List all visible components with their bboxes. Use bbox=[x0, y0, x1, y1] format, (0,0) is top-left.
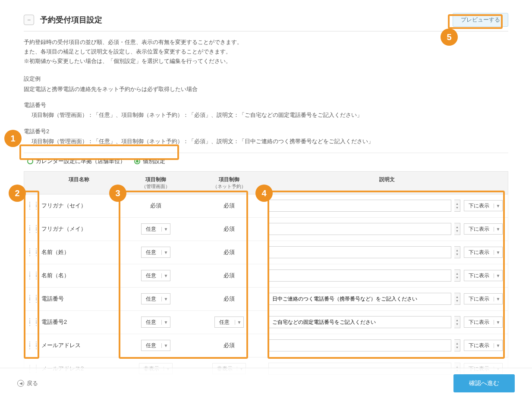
select-value: 下に表示 bbox=[464, 249, 494, 256]
chevron-down-icon: ▼ bbox=[494, 227, 502, 232]
select-value: 下に表示 bbox=[464, 202, 494, 210]
callout-3: 3 bbox=[109, 185, 126, 202]
drag-handle-icon[interactable]: ⋮⋮⋮⋮ bbox=[27, 226, 35, 232]
radio-label: 個別設定 bbox=[143, 157, 165, 165]
select-value: 任意 bbox=[142, 295, 161, 303]
description-input[interactable] bbox=[268, 246, 451, 258]
ctrl-admin-select[interactable]: 任意▼ bbox=[141, 293, 170, 304]
collapse-button[interactable]: − bbox=[24, 15, 34, 25]
chevron-down-icon: ▼ bbox=[161, 227, 170, 232]
position-select[interactable]: 下に表示▼ bbox=[464, 247, 503, 258]
select-value: 任意 bbox=[215, 319, 235, 326]
select-value: 下に表示 bbox=[464, 226, 494, 233]
ctrl-net-text: 必須 bbox=[195, 202, 263, 210]
confirm-button[interactable]: 確認へ進む bbox=[453, 374, 515, 392]
spinner-icon[interactable]: ▲▼ bbox=[454, 200, 460, 212]
table-row: ⋮⋮⋮⋮電話番号任意▼必須▲▼下に表示▼ bbox=[24, 288, 508, 311]
select-value: 任意 bbox=[142, 272, 161, 279]
chevron-down-icon: ▼ bbox=[494, 250, 502, 255]
drag-handle-icon[interactable]: ⋮⋮⋮⋮ bbox=[27, 342, 35, 348]
radio-circle-icon bbox=[134, 158, 140, 164]
description-input[interactable] bbox=[268, 223, 451, 235]
example-subtitle: 固定電話と携帯電話の連絡先をネット予約からは必ず取得したい場合 bbox=[24, 84, 508, 94]
description-input[interactable] bbox=[268, 270, 451, 282]
table-row: ⋮⋮⋮⋮フリガナ（メイ）任意▼必須▲▼下に表示▼ bbox=[24, 218, 508, 241]
item-name: 電話番号 bbox=[41, 295, 64, 302]
example-phone1-title: 電話番号 bbox=[24, 100, 508, 110]
drag-handle-icon[interactable]: ⋮⋮⋮⋮ bbox=[27, 249, 35, 255]
table-row: ⋮⋮⋮⋮電話番号2任意▼任意▼▲▼下に表示▼ bbox=[24, 311, 508, 334]
radio-individual[interactable]: 個別設定 bbox=[134, 157, 165, 165]
preview-button[interactable]: プレビューする bbox=[453, 13, 508, 27]
ctrl-net-text: 必須 bbox=[195, 248, 263, 256]
description-input[interactable] bbox=[268, 339, 451, 351]
chevron-left-icon: ◀ bbox=[17, 380, 24, 387]
callout-4: 4 bbox=[255, 185, 273, 202]
back-label: 戻る bbox=[27, 379, 38, 387]
drag-handle-icon[interactable]: ⋮⋮⋮⋮ bbox=[27, 203, 35, 209]
spinner-icon[interactable]: ▲▼ bbox=[454, 223, 460, 235]
spinner-icon[interactable]: ▲▼ bbox=[454, 316, 460, 328]
position-select[interactable]: 下に表示▼ bbox=[464, 270, 503, 281]
spinner-icon[interactable]: ▲▼ bbox=[454, 270, 460, 282]
chevron-down-icon: ▼ bbox=[494, 204, 502, 208]
chevron-down-icon: ▼ bbox=[235, 320, 243, 325]
chevron-down-icon: ▼ bbox=[161, 297, 170, 301]
chevron-down-icon: ▼ bbox=[494, 273, 502, 278]
description-input[interactable] bbox=[268, 316, 451, 328]
callout-5: 5 bbox=[441, 28, 458, 46]
callout-2: 2 bbox=[9, 185, 26, 202]
ctrl-net-select[interactable]: 任意▼ bbox=[214, 317, 244, 328]
ctrl-net-text: 必須 bbox=[195, 295, 263, 303]
example-phone2-title: 電話番号2 bbox=[24, 126, 508, 136]
chevron-down-icon: ▼ bbox=[494, 320, 502, 325]
chevron-down-icon: ▼ bbox=[161, 273, 170, 278]
back-button[interactable]: ◀ 戻る bbox=[17, 379, 38, 387]
chevron-down-icon: ▼ bbox=[161, 250, 170, 255]
chevron-down-icon: ▼ bbox=[161, 343, 170, 348]
position-select[interactable]: 下に表示▼ bbox=[464, 317, 503, 328]
description-line: ※初期値から変更したい場合は、「個別設定」を選択して編集を行ってください。 bbox=[24, 56, 508, 66]
position-select[interactable]: 下に表示▼ bbox=[464, 340, 503, 351]
position-select[interactable]: 下に表示▼ bbox=[464, 200, 503, 211]
select-value: 下に表示 bbox=[464, 272, 494, 279]
example-phone2-body: 項目制御（管理画面）：「任意」、項目制御（ネット予約）：「必須」、説明文：「日中… bbox=[24, 136, 508, 146]
chevron-down-icon: ▼ bbox=[494, 343, 502, 348]
position-select[interactable]: 下に表示▼ bbox=[464, 293, 503, 304]
table-row: ⋮⋮⋮⋮名前（姓）任意▼必須▲▼下に表示▼ bbox=[24, 241, 508, 264]
item-name: 名前（姓） bbox=[41, 249, 69, 255]
description-input[interactable] bbox=[268, 200, 451, 212]
example-phone2: 電話番号2 項目制御（管理画面）：「任意」、項目制御（ネット予約）：「必須」、説… bbox=[24, 126, 508, 147]
mode-toggle: カレンダー設定に準拠（店舗単位） 個別設定 bbox=[24, 153, 508, 169]
header: − 予約受付項目設定 プレビューする bbox=[24, 13, 508, 31]
drag-handle-icon[interactable]: ⋮⋮⋮⋮ bbox=[27, 319, 35, 325]
ctrl-admin-select[interactable]: 任意▼ bbox=[141, 317, 170, 328]
select-value: 下に表示 bbox=[464, 342, 494, 349]
spinner-icon[interactable]: ▲▼ bbox=[454, 339, 460, 351]
radio-calendar-based[interactable]: カレンダー設定に準拠（店舗単位） bbox=[27, 157, 126, 165]
footer-bar: ◀ 戻る 確認へ進む bbox=[0, 368, 532, 398]
select-value: 任意 bbox=[142, 342, 161, 349]
drag-handle-icon[interactable]: ⋮⋮⋮⋮ bbox=[27, 273, 35, 279]
th-ctrl-admin: 項目制御 （管理画面） bbox=[119, 172, 192, 194]
ctrl-net-text: 必須 bbox=[195, 225, 263, 233]
spinner-icon[interactable]: ▲▼ bbox=[454, 246, 460, 258]
example-block: 設定例 固定電話と携帯電話の連絡先をネット予約からは必ず取得したい場合 bbox=[24, 74, 508, 94]
ctrl-admin-select[interactable]: 任意▼ bbox=[141, 270, 170, 281]
ctrl-admin-text: 必須 bbox=[122, 202, 190, 210]
description-block: 予約登録時の受付項目の並び順、必須・任意、表示の有無を変更することができます。 … bbox=[24, 38, 508, 66]
radio-label: カレンダー設定に準拠（店舗単位） bbox=[36, 157, 126, 165]
position-select[interactable]: 下に表示▼ bbox=[464, 223, 503, 235]
ctrl-admin-select[interactable]: 任意▼ bbox=[141, 247, 170, 258]
ctrl-net-text: 必須 bbox=[195, 342, 263, 349]
ctrl-admin-select[interactable]: 任意▼ bbox=[141, 340, 170, 351]
description-input[interactable] bbox=[268, 293, 451, 305]
drag-handle-icon[interactable]: ⋮⋮⋮⋮ bbox=[27, 296, 35, 302]
spinner-icon[interactable]: ▲▼ bbox=[454, 293, 460, 305]
table-row: ⋮⋮⋮⋮メールアドレス任意▼必須▲▼下に表示▼ bbox=[24, 334, 508, 357]
select-value: 下に表示 bbox=[464, 319, 494, 326]
ctrl-admin-select[interactable]: 任意▼ bbox=[141, 223, 170, 235]
th-ctrl-net: 項目制御 （ネット予約） bbox=[192, 172, 266, 194]
page-title: 予約受付項目設定 bbox=[40, 15, 453, 25]
select-value: 下に表示 bbox=[464, 295, 494, 303]
